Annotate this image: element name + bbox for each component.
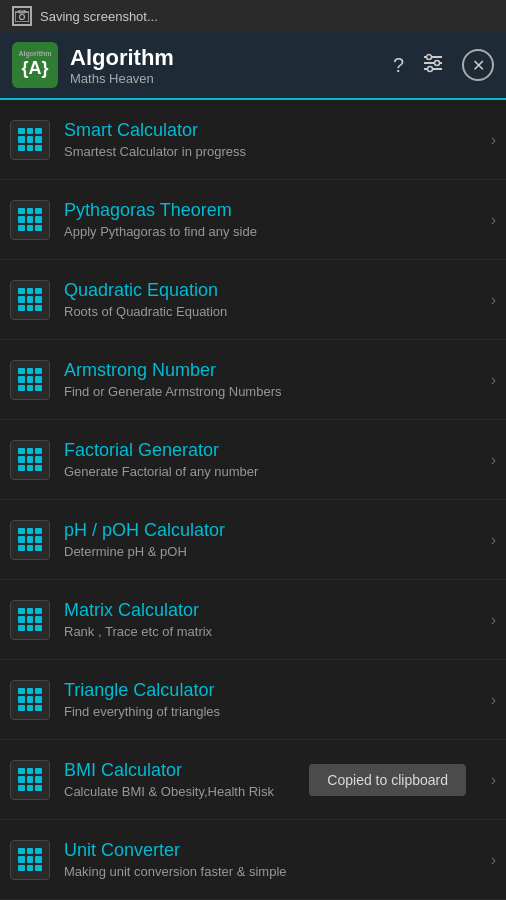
item-subtitle-quadratic-equation: Roots of Quadratic Equation xyxy=(64,304,483,319)
logo-bracket: {A} xyxy=(21,58,48,80)
app-header: Algorithm {A} Algorithm Maths Heaven ? ✕ xyxy=(0,32,506,100)
svg-point-1 xyxy=(20,15,25,20)
item-content-ph-poh-calculator: pH / pOH Calculator Determine pH & pOH xyxy=(64,520,483,559)
item-title-triangle-calculator: Triangle Calculator xyxy=(64,680,483,701)
item-content-armstrong-number: Armstrong Number Find or Generate Armstr… xyxy=(64,360,483,399)
item-subtitle-smart-calculator: Smartest Calculator in progress xyxy=(64,144,483,159)
svg-point-8 xyxy=(428,66,433,71)
list-item-ph-poh-calculator[interactable]: pH / pOH Calculator Determine pH & pOH › xyxy=(0,500,506,580)
item-subtitle-pythagoras-theorem: Apply Pythagoras to find any side xyxy=(64,224,483,239)
item-arrow-ph-poh-calculator: › xyxy=(491,531,496,549)
item-icon-factorial-generator xyxy=(10,440,50,480)
item-arrow-quadratic-equation: › xyxy=(491,291,496,309)
menu-list: Smart Calculator Smartest Calculator in … xyxy=(0,100,506,900)
status-text: Saving screenshot... xyxy=(40,9,158,24)
item-icon-unit-converter xyxy=(10,840,50,880)
item-icon-matrix-calculator xyxy=(10,600,50,640)
item-content-factorial-generator: Factorial Generator Generate Factorial o… xyxy=(64,440,483,479)
calc-grid-icon xyxy=(18,128,42,152)
screenshot-icon xyxy=(12,6,32,26)
item-icon-pythagoras-theorem xyxy=(10,200,50,240)
item-subtitle-matrix-calculator: Rank , Trace etc of matrix xyxy=(64,624,483,639)
item-arrow-unit-converter: › xyxy=(491,851,496,869)
list-item-bmi-calculator[interactable]: BMI Calculator Calculate BMI & Obesity,H… xyxy=(0,740,506,820)
list-item-smart-calculator[interactable]: Smart Calculator Smartest Calculator in … xyxy=(0,100,506,180)
item-content-matrix-calculator: Matrix Calculator Rank , Trace etc of ma… xyxy=(64,600,483,639)
svg-point-6 xyxy=(427,54,432,59)
item-arrow-factorial-generator: › xyxy=(491,451,496,469)
item-content-smart-calculator: Smart Calculator Smartest Calculator in … xyxy=(64,120,483,159)
app-title: Algorithm xyxy=(70,45,381,71)
item-icon-triangle-calculator xyxy=(10,680,50,720)
item-arrow-smart-calculator: › xyxy=(491,131,496,149)
app-title-block: Algorithm Maths Heaven xyxy=(70,45,381,86)
item-icon-armstrong-number xyxy=(10,360,50,400)
item-icon-bmi-calculator xyxy=(10,760,50,800)
list-item-triangle-calculator[interactable]: Triangle Calculator Find everything of t… xyxy=(0,660,506,740)
app-logo: Algorithm {A} xyxy=(12,42,58,88)
header-actions: ? ✕ xyxy=(393,49,494,81)
calc-grid-icon xyxy=(18,688,42,712)
calc-grid-icon xyxy=(18,768,42,792)
item-title-unit-converter: Unit Converter xyxy=(64,840,483,861)
calc-grid-icon xyxy=(18,848,42,872)
item-arrow-armstrong-number: › xyxy=(491,371,496,389)
item-title-armstrong-number: Armstrong Number xyxy=(64,360,483,381)
app-subtitle: Maths Heaven xyxy=(70,71,381,86)
calc-grid-icon xyxy=(18,448,42,472)
item-arrow-pythagoras-theorem: › xyxy=(491,211,496,229)
help-icon[interactable]: ? xyxy=(393,54,404,77)
settings-icon[interactable] xyxy=(422,53,444,78)
calc-grid-icon xyxy=(18,528,42,552)
svg-point-7 xyxy=(435,60,440,65)
item-subtitle-factorial-generator: Generate Factorial of any number xyxy=(64,464,483,479)
list-item-quadratic-equation[interactable]: Quadratic Equation Roots of Quadratic Eq… xyxy=(0,260,506,340)
calc-grid-icon xyxy=(18,288,42,312)
clipboard-toast: Copied to clipboard xyxy=(309,764,466,796)
item-title-smart-calculator: Smart Calculator xyxy=(64,120,483,141)
calc-grid-icon xyxy=(18,208,42,232)
item-arrow-bmi-calculator: › xyxy=(491,771,496,789)
item-subtitle-unit-converter: Making unit conversion faster & simple xyxy=(64,864,483,879)
item-icon-smart-calculator xyxy=(10,120,50,160)
list-item-unit-converter[interactable]: Unit Converter Making unit conversion fa… xyxy=(0,820,506,900)
list-item-armstrong-number[interactable]: Armstrong Number Find or Generate Armstr… xyxy=(0,340,506,420)
item-arrow-triangle-calculator: › xyxy=(491,691,496,709)
item-subtitle-triangle-calculator: Find everything of triangles xyxy=(64,704,483,719)
item-content-unit-converter: Unit Converter Making unit conversion fa… xyxy=(64,840,483,879)
list-item-pythagoras-theorem[interactable]: Pythagoras Theorem Apply Pythagoras to f… xyxy=(0,180,506,260)
close-icon: ✕ xyxy=(472,56,485,75)
item-title-pythagoras-theorem: Pythagoras Theorem xyxy=(64,200,483,221)
item-title-matrix-calculator: Matrix Calculator xyxy=(64,600,483,621)
item-content-triangle-calculator: Triangle Calculator Find everything of t… xyxy=(64,680,483,719)
item-title-quadratic-equation: Quadratic Equation xyxy=(64,280,483,301)
list-item-matrix-calculator[interactable]: Matrix Calculator Rank , Trace etc of ma… xyxy=(0,580,506,660)
close-button[interactable]: ✕ xyxy=(462,49,494,81)
status-bar: Saving screenshot... xyxy=(0,0,506,32)
item-subtitle-armstrong-number: Find or Generate Armstrong Numbers xyxy=(64,384,483,399)
item-subtitle-ph-poh-calculator: Determine pH & pOH xyxy=(64,544,483,559)
calc-grid-icon xyxy=(18,368,42,392)
item-arrow-matrix-calculator: › xyxy=(491,611,496,629)
list-item-factorial-generator[interactable]: Factorial Generator Generate Factorial o… xyxy=(0,420,506,500)
item-title-factorial-generator: Factorial Generator xyxy=(64,440,483,461)
item-icon-ph-poh-calculator xyxy=(10,520,50,560)
item-content-pythagoras-theorem: Pythagoras Theorem Apply Pythagoras to f… xyxy=(64,200,483,239)
item-icon-quadratic-equation xyxy=(10,280,50,320)
item-title-ph-poh-calculator: pH / pOH Calculator xyxy=(64,520,483,541)
item-content-quadratic-equation: Quadratic Equation Roots of Quadratic Eq… xyxy=(64,280,483,319)
calc-grid-icon xyxy=(18,608,42,632)
